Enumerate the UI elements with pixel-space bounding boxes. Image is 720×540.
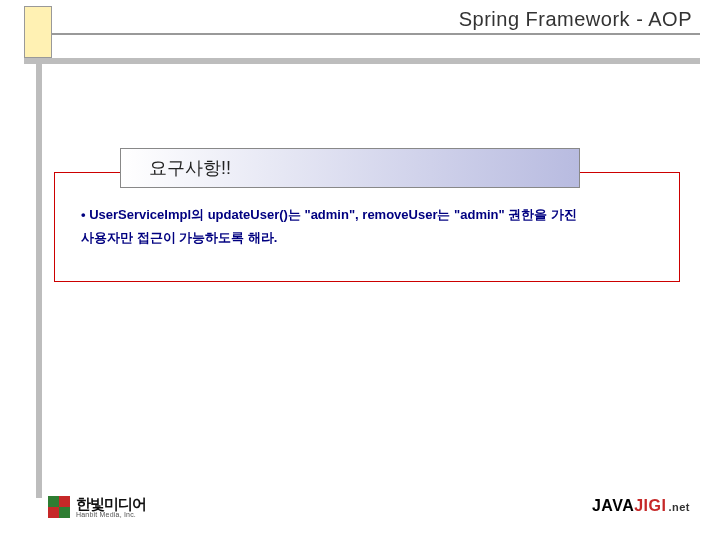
footer-javajigi: JAVAJIGI.net [592,497,690,515]
javajigi-net: .net [668,501,690,513]
corner-decor [24,6,52,58]
hanbit-logo-icon [48,496,70,518]
callout-title: 요구사항!! [149,156,231,180]
javajigi-jigi: JIGI [634,497,666,514]
req-mid: , removeUser는 [355,207,454,222]
hanbit-en: Hanbit Media, Inc. [76,511,146,518]
requirement-text: • UserServiceImpl의 updateUser()는 "admin"… [81,203,661,250]
header-rule-bottom [24,58,700,64]
req-prefix: • UserServiceImpl의 updateUser()는 [81,207,304,222]
hanbit-ko: 한빛미디어 [76,496,146,511]
req-q1: "admin" [304,207,355,222]
header-rule-top [52,33,700,35]
callout-box: 요구사항!! [120,148,580,188]
req-q2: "admin" [454,207,505,222]
javajigi-java: JAVA [592,497,634,514]
hanbit-text: 한빛미디어 Hanbit Media, Inc. [76,496,146,518]
left-vertical-bar [36,58,42,498]
page-title: Spring Framework - AOP [459,8,692,31]
req-line2: 사용자만 접근이 가능하도록 해라. [81,230,277,245]
footer-hanbit: 한빛미디어 Hanbit Media, Inc. [48,496,146,518]
req-suffix: 권한을 가진 [505,207,577,222]
requirement-box: • UserServiceImpl의 updateUser()는 "admin"… [54,172,680,282]
